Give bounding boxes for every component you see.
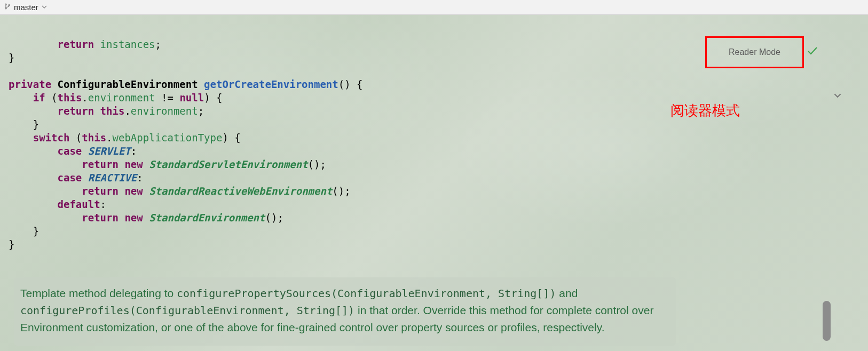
branch-name: master	[14, 3, 38, 12]
kw-return: return	[58, 38, 94, 50]
doc-text: Template method delegating to	[20, 287, 177, 299]
doc-text: and	[556, 287, 578, 299]
const-servlet: SERVLET	[88, 145, 131, 157]
kw-new: new	[124, 212, 143, 224]
brace-close: }	[9, 52, 14, 63]
branch-selector[interactable]: master	[4, 3, 47, 12]
checkmark-icon[interactable]	[807, 45, 818, 58]
kw-this: this	[100, 105, 125, 117]
brace-close: }	[9, 238, 14, 250]
doc-comment: Template method delegating to configureP…	[14, 277, 676, 346]
brace-close: }	[33, 225, 39, 237]
annotation-label: 阅读器模式	[670, 101, 740, 120]
top-bar: master	[0, 0, 868, 15]
svg-point-2	[9, 5, 10, 6]
svg-point-1	[5, 8, 6, 9]
kw-return: return	[82, 158, 119, 170]
kw-switch: switch	[33, 132, 70, 143]
field-environment: environment	[88, 92, 155, 103]
type-sse: StandardServletEnvironment	[149, 158, 307, 170]
kw-null: null	[179, 92, 204, 103]
kw-new: new	[124, 158, 143, 170]
kw-this: this	[58, 92, 82, 103]
kw-new: new	[124, 185, 143, 197]
chevron-down-icon[interactable]	[834, 92, 841, 101]
kw-case: case	[58, 145, 82, 157]
kw-if: if	[33, 92, 45, 103]
kw-return: return	[82, 212, 119, 224]
type-se: StandardEnvironment	[149, 212, 265, 224]
const-reactive: REACTIVE	[88, 172, 137, 184]
ident-instances: instances	[100, 38, 155, 50]
brace-close: }	[33, 118, 39, 130]
kw-private: private	[9, 78, 51, 90]
scrollbar-thumb[interactable]	[823, 301, 831, 341]
doc-ref[interactable]: configureProfiles(ConfigurableEnvironmen…	[20, 304, 354, 317]
code-editor[interactable]: return instances; } private Configurable…	[0, 15, 868, 351]
kw-default: default	[58, 198, 100, 210]
svg-point-0	[5, 4, 6, 5]
reader-mode-label[interactable]: Reader Mode	[729, 47, 780, 57]
kw-return: return	[82, 185, 119, 197]
reader-mode-highlight: Reader Mode	[705, 36, 804, 68]
type-srwe: StandardReactiveWebEnvironment	[149, 185, 332, 197]
field-environment: environment	[131, 105, 198, 117]
kw-this: this	[82, 132, 106, 143]
doc-ref[interactable]: configurePropertySources(ConfigurableEnv…	[177, 287, 556, 300]
type-conf-env: ConfigurableEnvironment	[58, 78, 198, 90]
kw-case: case	[58, 172, 82, 184]
method-name: getOrCreateEnvironment	[204, 78, 338, 90]
branch-icon	[4, 3, 11, 12]
field-wat: webApplicationType	[113, 132, 223, 143]
chevron-down-icon	[42, 4, 47, 11]
kw-return: return	[58, 105, 94, 117]
